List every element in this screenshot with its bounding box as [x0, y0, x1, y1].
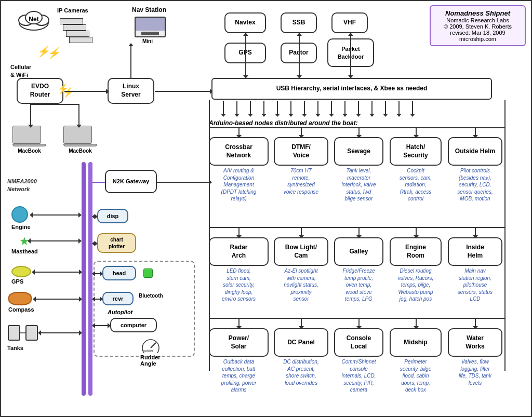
svg-rect-7	[8, 326, 20, 340]
title-box: Nomadness Shipnet Nomadic Research Labs …	[430, 5, 526, 46]
engine-room-desc: Diesel routingvalves, Racors,temps, bilg…	[390, 267, 442, 303]
outside-helm-desc: Pilot controls(besides nav),security, LC…	[448, 167, 502, 203]
evdo-to-server-line	[64, 91, 106, 92]
rudder-angle-label: RudderAngle	[140, 354, 161, 367]
main-diagram: Nomadness Shipnet Nomadic Research Labs …	[0, 0, 532, 417]
masthead-star-icon: ★	[11, 235, 38, 248]
left-v-full2	[209, 228, 210, 319]
row2-connector	[209, 227, 505, 228]
vhf-box: VHF	[331, 12, 368, 33]
server-to-monitor-line	[130, 44, 131, 78]
nmea2000-bus2	[88, 162, 92, 396]
bow-light-desc: Az-El spotlightwith camera,navlight stat…	[274, 267, 328, 303]
dc-panel-desc: DC distribution,AC present,shore switch,…	[274, 358, 328, 386]
macbook1-icon: MacBook	[12, 126, 46, 154]
ip-cameras-label: IP Cameras	[57, 7, 88, 14]
website: microship.com	[436, 36, 520, 42]
ssb-box: SSB	[281, 12, 317, 33]
gps-sensor-icon	[11, 266, 31, 277]
disp-box: disp	[97, 209, 128, 223]
vhf-line	[350, 33, 351, 78]
gps-sensor-section: GPS	[11, 266, 31, 285]
dtmf-node: DTMF/Voice	[274, 137, 328, 166]
evdo-to-mac2-v	[78, 104, 79, 127]
lightning2: ⚡	[47, 47, 62, 59]
evdo-to-mac1	[30, 104, 31, 127]
right-v-full2	[504, 227, 506, 319]
net-cloud: Net	[16, 7, 52, 34]
arduino-label: Arduino-based nodes distributed around t…	[209, 119, 358, 127]
dtmf-desc: 70cm HTremote,synthesizedvoice response	[274, 167, 328, 195]
lightning4: ⚡	[62, 87, 74, 98]
bluetooth-label: Bluetooth	[139, 293, 163, 299]
cellular-wifi-label: Cellular& WiFi	[10, 63, 31, 79]
rcvr-box: rcvr	[102, 292, 134, 305]
hatch-node: Hatch/Security	[390, 137, 442, 166]
rudder-angle-section: rudder RudderAngle	[140, 338, 161, 367]
dc-panel-node: DC Panel	[274, 328, 328, 357]
nmea-to-n2k-line	[92, 182, 105, 183]
bow-light-node: Bow Light/Cam	[274, 237, 328, 266]
sewage-desc: Tank level,maceratorinterlock, valvestat…	[334, 167, 383, 203]
server-to-usb-line	[155, 91, 210, 92]
usb-right-v	[504, 100, 506, 126]
outside-helm-node: Outside Helm	[448, 137, 502, 166]
tanks-label: Tanks	[7, 345, 38, 351]
evdo-router-box: EVDORouter	[17, 78, 63, 104]
power-solar-desc: Outback datacollection, batttemps, charg…	[209, 358, 269, 394]
compass-label: Compass	[8, 306, 34, 313]
tanks-section: Tanks	[7, 323, 38, 351]
water-works-desc: Valves, flowlogging, filterlife, TDS, ta…	[448, 358, 502, 386]
galley-node: Galley	[334, 237, 383, 266]
console-local-node: ConsoleLocal	[334, 328, 383, 357]
left-usb-v	[209, 100, 210, 128]
col5-r1-line	[475, 127, 476, 138]
ssb-line	[299, 33, 300, 78]
monitor-icon	[135, 17, 166, 37]
engine-section: Engine	[11, 206, 31, 230]
macbook2-label: MacBook	[63, 148, 97, 154]
col1-r1-line	[238, 127, 240, 138]
col4-r2-line	[416, 227, 417, 238]
usb-hierarchy-box: USB Hierarchy, serial interfaces, & Xbee…	[211, 78, 492, 100]
col3-r2-line	[358, 227, 360, 238]
copyright: © 2009, Steven K. Roberts	[436, 23, 520, 30]
navtex-box: Navtex	[224, 12, 266, 33]
radar-arch-desc: LED flood,stern cam,solar security,dingh…	[209, 267, 269, 303]
linux-server-box: LinuxServer	[108, 78, 154, 104]
power-solar-node: Power/Solar	[209, 328, 269, 357]
nmea2000-bus	[82, 162, 86, 396]
arrow-up-monitor	[128, 43, 134, 46]
col1-r2-line	[238, 227, 240, 238]
console-local-desc: Comm/Shipnetconsoleinternals, LCD,securi…	[334, 358, 383, 394]
right-v-full	[504, 126, 506, 227]
col3-r3-line	[358, 318, 360, 329]
n2k-to-usb-line	[157, 182, 209, 183]
cam3	[66, 31, 89, 37]
col5-r2-line	[475, 227, 476, 238]
bus-to-computer	[92, 325, 110, 326]
masthead-section: ★ Masthead	[11, 235, 38, 254]
evdo-to-mac2-h	[30, 104, 79, 105]
midship-desc: Perimetersecurity, bilgeflood, cabindoor…	[390, 358, 442, 394]
row1-connector	[209, 127, 505, 128]
net-label: Net	[16, 16, 52, 23]
col2-r1-line	[301, 127, 302, 138]
chart-plotter-box: chartplotter	[97, 233, 136, 253]
col1-r3-line	[238, 318, 240, 329]
left-v-full	[209, 128, 210, 228]
bus-to-disp	[92, 216, 97, 217]
bluetooth-indicator	[143, 268, 153, 278]
subtitle: Nomadic Research Labs	[436, 17, 520, 23]
crossbar-desc: A/V routing &ConfigurationManagement(DPD…	[209, 167, 269, 203]
compass-section: Compass	[8, 292, 34, 313]
svg-rect-8	[26, 326, 37, 340]
masthead-label: Masthead	[11, 248, 38, 254]
navtex-line	[245, 33, 246, 78]
masthead-to-bus	[28, 240, 81, 241]
mini-label: Mini	[142, 38, 153, 44]
bus-to-rcvr	[92, 299, 102, 300]
engine-icon	[11, 206, 28, 223]
inside-helm-node: InsideHelm	[448, 237, 502, 266]
right-v-full3	[504, 319, 506, 371]
